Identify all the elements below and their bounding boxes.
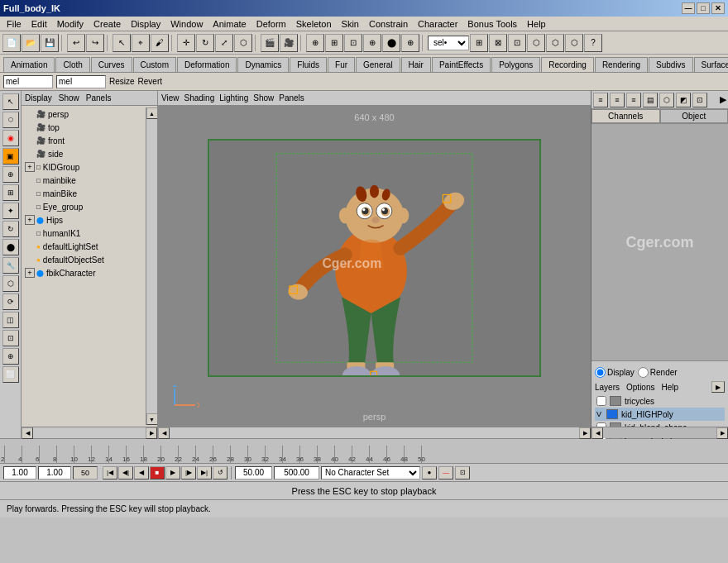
layer-h-track[interactable]: [603, 427, 716, 438]
step-back-btn[interactable]: ◀|: [118, 466, 133, 480]
tab-dynamics[interactable]: Dynamics: [237, 57, 289, 72]
layers-scroll-btn[interactable]: ▶: [711, 381, 725, 393]
rp-btn1[interactable]: ≡: [593, 93, 608, 107]
stop-btn[interactable]: ■: [150, 466, 165, 480]
select-btn[interactable]: ↖: [113, 34, 131, 52]
render-radio[interactable]: [638, 367, 649, 378]
menu-animate[interactable]: Animate: [208, 17, 251, 31]
tab-subdivs[interactable]: Subdivs: [649, 57, 693, 72]
help-menu[interactable]: Help: [661, 383, 678, 392]
scroll-down-btn[interactable]: ▼: [146, 413, 158, 425]
start-frame-field[interactable]: [38, 466, 71, 480]
open-btn[interactable]: 📂: [22, 34, 40, 52]
tb-extra6[interactable]: ⬡: [565, 34, 583, 52]
view-scroll-left[interactable]: ◀: [158, 427, 170, 439]
outliner-item-persp[interactable]: 🎥 persp: [22, 107, 146, 121]
menu-window[interactable]: Window: [165, 17, 208, 31]
tab-deformation[interactable]: Deformation: [177, 57, 237, 72]
jump-start-btn[interactable]: |◀: [103, 466, 117, 480]
close-button[interactable]: ✕: [711, 2, 725, 14]
scroll-up-btn[interactable]: ▲: [146, 107, 158, 119]
outliner-item-fbikchar[interactable]: + ⬤ fbikCharacter: [22, 266, 146, 279]
lt-rotate[interactable]: ↻: [2, 221, 19, 237]
tab-rendering[interactable]: Rendering: [595, 57, 648, 72]
tab-surfaces[interactable]: Surfaces: [694, 57, 728, 72]
lt-tool[interactable]: 🔧: [2, 257, 19, 274]
outliner-h-scrollbar[interactable]: ◀ ▶: [22, 427, 157, 438]
layer-scroll-down[interactable]: ▶: [716, 427, 728, 439]
lt-paint[interactable]: ⬡: [2, 112, 19, 128]
snap4-btn[interactable]: ⊕: [363, 34, 381, 52]
outliner-item-humanik[interactable]: □ humanIK1: [22, 227, 146, 240]
lt-star[interactable]: ✦: [2, 203, 19, 219]
menu-constrain[interactable]: Constrain: [364, 17, 413, 31]
rp-tab-channels[interactable]: Channels: [592, 109, 660, 123]
tb-extra4[interactable]: ⬡: [527, 34, 545, 52]
rp-tab-object[interactable]: Object: [660, 109, 729, 123]
outliner-item-defobjset[interactable]: ● defaultObjectSet: [22, 253, 146, 266]
selection-type-select[interactable]: sel•: [428, 36, 469, 50]
lt-plus[interactable]: ⊞: [2, 184, 19, 201]
outliner-item-kidgroup[interactable]: + □ KIDGroup: [22, 160, 146, 174]
render-btn[interactable]: 🎬: [261, 34, 279, 52]
tab-polygons[interactable]: Polygons: [491, 57, 540, 72]
tab-curves[interactable]: Curves: [91, 57, 132, 72]
tab-animation[interactable]: Animation: [3, 57, 55, 72]
outliner-scrollbar[interactable]: ▲ ▼: [146, 107, 157, 425]
play-back-btn[interactable]: ◀: [134, 466, 149, 480]
snap6-btn[interactable]: ⊕: [401, 34, 419, 52]
loop-btn[interactable]: ↺: [213, 466, 228, 480]
outliner-display-menu[interactable]: Display: [25, 93, 52, 103]
tb-extra5[interactable]: ⬡: [546, 34, 564, 52]
menu-help[interactable]: Help: [522, 17, 551, 31]
character-set-select[interactable]: No Character Set: [321, 466, 420, 480]
char-set-btn[interactable]: ●: [422, 466, 437, 480]
rp-btn6[interactable]: ◩: [676, 93, 691, 107]
view-scroll-right[interactable]: ▶: [579, 427, 591, 439]
snap1-btn[interactable]: ⊕: [306, 34, 324, 52]
menu-display[interactable]: Display: [126, 17, 165, 31]
current-frame-field[interactable]: [3, 466, 36, 480]
time-ruler[interactable]: 2468101214161820222426283032343638404244…: [0, 439, 728, 463]
lt-dot[interactable]: ⬤: [2, 239, 19, 255]
view-menu-shading[interactable]: Shading: [184, 93, 215, 103]
menu-skeleton[interactable]: Skeleton: [291, 17, 337, 31]
menu-edit[interactable]: Edit: [26, 17, 52, 31]
mel-field-2[interactable]: [56, 75, 106, 88]
rp-btn5[interactable]: ⬡: [659, 93, 674, 107]
undo-btn[interactable]: ↩: [67, 34, 85, 52]
menu-character[interactable]: Character: [413, 17, 462, 31]
play-fwd-btn[interactable]: ▶: [165, 466, 180, 480]
view-menu-show[interactable]: Show: [253, 93, 274, 103]
new-btn[interactable]: 📄: [2, 34, 21, 52]
menu-file[interactable]: File: [2, 17, 26, 31]
snap3-btn[interactable]: ⊡: [344, 34, 362, 52]
display-radio[interactable]: [595, 367, 606, 378]
save-btn[interactable]: 💾: [41, 34, 59, 52]
outliner-show-menu[interactable]: Show: [59, 93, 79, 103]
layers-menu[interactable]: Layers: [595, 383, 620, 392]
tb-extra7[interactable]: ?: [584, 34, 602, 52]
menu-bonus tools[interactable]: Bonus Tools: [462, 17, 522, 31]
layer-vis-check[interactable]: [596, 396, 606, 406]
view-menu-panels[interactable]: Panels: [279, 93, 304, 103]
snap2-btn[interactable]: ⊞: [325, 34, 343, 52]
lt-grid[interactable]: ⊡: [2, 330, 19, 346]
rp-btn2[interactable]: ≡: [610, 93, 625, 107]
move-btn[interactable]: ✛: [177, 34, 195, 52]
minimize-button[interactable]: —: [682, 2, 695, 14]
playback-speed-field[interactable]: [274, 466, 319, 480]
outliner-item-top[interactable]: 🎥 top: [22, 121, 146, 134]
menu-create[interactable]: Create: [89, 17, 126, 31]
lt-hex[interactable]: ⬡: [2, 275, 19, 292]
layer-kidhighpoly[interactable]: V kid_HIGHPoly: [595, 408, 725, 421]
outliner-item-side[interactable]: 🎥 side: [22, 147, 146, 160]
view-h-scrollbar[interactable]: ◀ ▶: [158, 427, 591, 438]
tb-extra1[interactable]: ⊞: [470, 34, 488, 52]
redo-btn[interactable]: ↪: [86, 34, 104, 52]
tab-hair[interactable]: Hair: [401, 57, 431, 72]
ipr-btn[interactable]: 🎥: [280, 34, 298, 52]
tab-painteffects[interactable]: PaintEffects: [432, 57, 491, 72]
menu-modify[interactable]: Modify: [52, 17, 89, 31]
lasso-btn[interactable]: ⌖: [132, 34, 150, 52]
